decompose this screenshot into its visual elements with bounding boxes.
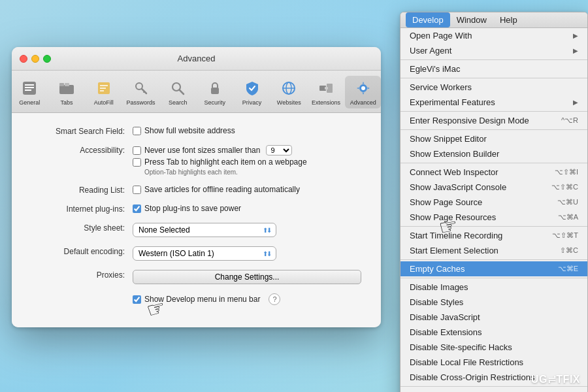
menu-disable-site-hacks-label: Disable Site-specific Hacks	[410, 342, 512, 352]
menu-disable-styles[interactable]: Disable Styles	[400, 295, 587, 310]
accessibility-row: Accessibility: Never use font sizes smal…	[31, 145, 361, 176]
style-sheet-value: None Selected	[139, 225, 190, 235]
smart-search-checkbox[interactable]	[133, 127, 141, 135]
menu-disable-extensions[interactable]: Disable Extensions	[400, 325, 587, 340]
menu-bar-develop[interactable]: Develop	[406, 12, 450, 27]
menu-service-workers-label: Service Workers	[410, 82, 472, 92]
toolbar-privacy[interactable]: Privacy	[234, 76, 270, 108]
help-button[interactable]: ?	[269, 293, 280, 305]
autofill-label: AutoFill	[94, 99, 114, 106]
menu-user-agent[interactable]: User Agent ▶	[400, 43, 587, 58]
toolbar-tabs[interactable]: Tabs	[49, 76, 85, 108]
sep-4	[400, 129, 587, 130]
menu-open-page-with-label: Open Page With	[410, 31, 472, 41]
menu-webrtc[interactable]: WebRTC ▶	[400, 388, 587, 392]
menu-service-workers[interactable]: Service Workers	[400, 80, 587, 95]
menu-open-page-with[interactable]: Open Page With ▶	[400, 28, 587, 43]
sep-8	[400, 278, 587, 278]
menu-bar-help[interactable]: Help	[493, 12, 524, 27]
encoding-dropdown[interactable]: Western (ISO Latin 1) ⬆⬇	[133, 246, 276, 261]
develop-menu-label: Show Develop menu in menu bar	[144, 295, 260, 304]
internet-plugins-option: Stop plug-ins to save power	[144, 204, 241, 213]
develop-menu-checkbox[interactable]	[133, 295, 141, 304]
svg-rect-6	[65, 83, 69, 86]
minimize-button[interactable]	[31, 55, 39, 63]
maximize-button[interactable]	[43, 55, 51, 63]
menu-web-inspector-label: Connect Web Inspector	[410, 167, 498, 177]
toolbar-search[interactable]: Search	[160, 76, 196, 108]
svg-line-15	[180, 90, 184, 94]
accessibility-control: Never use font sizes smaller than 910111…	[133, 145, 361, 176]
toolbar-advanced[interactable]: Advanced	[345, 76, 381, 108]
page-source-shortcut: ⌥⌘U	[557, 198, 578, 206]
menu-show-extension[interactable]: Show Extension Builder	[400, 146, 587, 161]
font-size-select[interactable]: 9101112	[266, 145, 292, 155]
menu-bar: Develop Window Help	[400, 12, 587, 28]
menu-show-snippet[interactable]: Show Snippet Editor	[400, 131, 587, 146]
timeline-shortcut: ⌥⇧⌘T	[552, 231, 578, 240]
toolbar-autofill[interactable]: AutoFill	[86, 76, 122, 108]
menu-empty-caches[interactable]: Empty Caches ⌥⌘E	[400, 261, 587, 276]
style-sheet-dropdown[interactable]: None Selected ⬆⬇	[133, 223, 276, 237]
reading-list-option: Save articles for offline reading automa…	[144, 185, 300, 194]
security-icon	[205, 78, 225, 98]
accessibility-label: Accessibility:	[31, 145, 133, 155]
smart-search-label: Smart Search Field:	[31, 126, 133, 136]
search-icon	[168, 78, 188, 98]
passwords-label: Passwords	[126, 99, 155, 106]
svg-rect-2	[25, 87, 34, 88]
search-label: Search	[169, 99, 188, 106]
menu-element-selection-label: Start Element Selection	[410, 246, 498, 255]
encoding-control: Western (ISO Latin 1) ⬆⬇	[133, 246, 361, 261]
window-titlebar: Advanced	[12, 47, 381, 71]
reading-list-label: Reading List:	[31, 185, 133, 195]
menu-experimental[interactable]: Experimental Features ▶	[400, 95, 587, 110]
develop-menu-spacer	[31, 299, 133, 300]
sep-7	[400, 259, 587, 260]
develop-menu-popup: Develop Window Help Open Page With ▶ Use…	[400, 12, 588, 392]
svg-rect-22	[325, 87, 328, 90]
toolbar-websites[interactable]: Websites	[271, 76, 307, 108]
menu-disable-js[interactable]: Disable JavaScript	[400, 310, 587, 325]
element-selection-shortcut: ⇧⌘C	[560, 246, 578, 255]
style-sheet-arrow: ⬆⬇	[263, 227, 270, 234]
font-size-checkbox[interactable]	[133, 146, 141, 155]
autofill-icon	[94, 78, 114, 98]
menu-eglevi[interactable]: EgleVi's iMac	[400, 61, 587, 76]
menu-page-resources[interactable]: Show Page Resources ⌥⌘A	[400, 210, 587, 225]
toolbar-passwords[interactable]: Passwords	[123, 76, 159, 108]
advanced-icon	[353, 78, 373, 98]
proxies-change-button[interactable]: Change Settings...	[133, 270, 361, 284]
menu-web-inspector[interactable]: Connect Web Inspector ⌥⇧⌘I	[400, 165, 587, 180]
privacy-icon	[242, 78, 262, 98]
toolbar-general[interactable]: General	[12, 76, 48, 108]
menu-disable-site-hacks[interactable]: Disable Site-specific Hacks	[400, 340, 587, 355]
watermark: UG≓TFIX	[531, 373, 580, 385]
user-agent-arrow: ▶	[573, 47, 578, 54]
reading-list-checkbox[interactable]	[133, 186, 141, 194]
tab-highlight-option: Press Tab to highlight each item on a we…	[144, 157, 307, 167]
toolbar-security[interactable]: Security	[197, 76, 233, 108]
menu-experimental-label: Experimental Features	[410, 97, 495, 107]
internet-plugins-checkbox[interactable]	[133, 204, 141, 213]
menu-disable-images[interactable]: Disable Images	[400, 280, 587, 295]
reading-list-control: Save articles for offline reading automa…	[133, 185, 361, 194]
tab-highlight-checkbox[interactable]	[133, 158, 141, 167]
menu-element-selection[interactable]: Start Element Selection ⇧⌘C	[400, 243, 587, 258]
svg-rect-1	[25, 84, 34, 86]
style-sheet-row: Style sheet: None Selected ⬆⬇	[31, 223, 361, 237]
toolbar-extensions[interactable]: Extensions	[308, 76, 344, 108]
smart-search-checkbox-row: Show full website address	[133, 126, 361, 135]
menu-disable-local-files[interactable]: Disable Local File Restrictions	[400, 355, 587, 370]
close-button[interactable]	[20, 55, 27, 63]
menu-timeline[interactable]: Start Timeline Recording ⌥⇧⌘T	[400, 228, 587, 243]
tabs-label: Tabs	[61, 99, 73, 106]
menu-page-source[interactable]: Show Page Source ⌥⌘U	[400, 195, 587, 210]
privacy-label: Privacy	[242, 99, 262, 106]
menu-bar-window[interactable]: Window	[450, 12, 493, 27]
menu-responsive-design[interactable]: Enter Responsive Design Mode ^⌥R	[400, 113, 587, 128]
menu-page-resources-label: Show Page Resources	[410, 212, 496, 222]
general-label: General	[19, 99, 40, 106]
menu-js-console[interactable]: Show JavaScript Console ⌥⇧⌘C	[400, 180, 587, 195]
develop-menu-checkbox-row: Show Develop menu in menu bar ?	[133, 293, 361, 305]
